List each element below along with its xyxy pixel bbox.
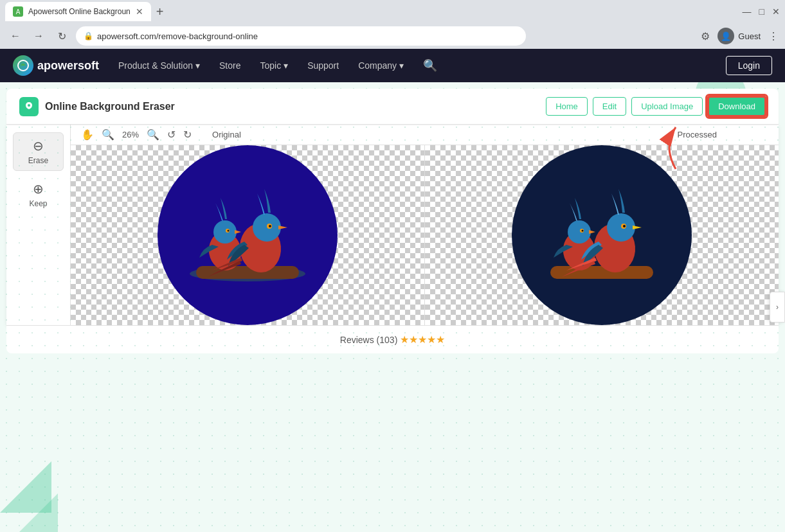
- undo-button[interactable]: ↺: [167, 129, 176, 141]
- bird-original-svg: [177, 171, 318, 299]
- extensions-button[interactable]: ⚙: [701, 30, 710, 42]
- editor-toolbar: ⊖ Erase ⊕ Keep: [6, 125, 71, 325]
- site-nav: apowersoft Product & Solution ▾ Store To…: [0, 49, 785, 82]
- refresh-button[interactable]: ↻: [53, 27, 71, 45]
- login-button[interactable]: Login: [726, 56, 772, 75]
- back-button[interactable]: ←: [6, 27, 24, 45]
- download-highlight-box: Download: [708, 96, 766, 116]
- nav-topic[interactable]: Topic ▾: [260, 60, 288, 71]
- avatar: 👤: [717, 28, 734, 44]
- original-bird-image: [158, 145, 338, 325]
- original-label: Original: [212, 130, 241, 139]
- processed-canvas-pane: [425, 145, 779, 325]
- profile-name: Guest: [738, 31, 761, 41]
- upload-image-button[interactable]: Upload Image: [631, 97, 703, 116]
- search-icon[interactable]: 🔍: [423, 58, 437, 73]
- processed-canvas: [425, 145, 779, 325]
- zoom-level: 26%: [122, 130, 139, 139]
- reviews-bar: Reviews (103) ★★★★★: [6, 325, 779, 353]
- svg-marker-7: [235, 230, 241, 234]
- tool-actions: Home Edit Upload Image Download: [546, 96, 766, 116]
- erase-tool[interactable]: ⊖ Erase: [13, 132, 64, 171]
- svg-point-1: [28, 104, 30, 107]
- svg-point-14: [269, 225, 271, 227]
- bird-processed-svg: [531, 171, 672, 299]
- keep-icon: ⊕: [33, 181, 44, 197]
- url-text: apowersoft.com/remove-background-online: [97, 31, 258, 41]
- tab-favicon: A: [13, 6, 23, 17]
- zoom-out-button[interactable]: 🔍: [102, 129, 114, 141]
- tool-header: Online Background Eraser Home Edit Uploa…: [6, 89, 779, 125]
- download-button[interactable]: Download: [708, 96, 766, 116]
- svg-point-23: [582, 230, 584, 232]
- svg-point-20: [607, 213, 635, 242]
- erase-label: Erase: [28, 156, 48, 165]
- svg-marker-21: [633, 226, 642, 229]
- tab-close-button[interactable]: ✕: [136, 6, 143, 17]
- browser-addressbar: ← → ↻ 🔒 apowersoft.com/remove-background…: [0, 23, 785, 49]
- new-tab-button[interactable]: +: [156, 4, 164, 19]
- nav-product-solution[interactable]: Product & Solution ▾: [118, 60, 200, 71]
- svg-point-25: [623, 225, 626, 227]
- keep-label: Keep: [29, 199, 47, 208]
- zoom-in-button[interactable]: 🔍: [147, 129, 159, 141]
- nav-store-label: Store: [219, 60, 240, 71]
- nav-company[interactable]: Company ▾: [358, 60, 404, 71]
- chevron-down-icon-2: ▾: [284, 60, 288, 71]
- browser-title-bar: A Apowersoft Online Backgroun ✕ + — □ ✕: [0, 0, 785, 23]
- forward-button[interactable]: →: [30, 27, 48, 45]
- profile-area: ⚙ 👤 Guest ⋮: [701, 28, 779, 44]
- logo-icon: [13, 55, 33, 76]
- redo-button[interactable]: ↻: [183, 129, 192, 141]
- keep-tool[interactable]: ⊕ Keep: [13, 176, 64, 213]
- sidebar-toggle-button[interactable]: ›: [770, 292, 785, 323]
- nav-store[interactable]: Store: [219, 60, 240, 71]
- svg-rect-4: [196, 266, 299, 279]
- svg-point-6: [213, 220, 237, 244]
- svg-point-9: [253, 213, 281, 242]
- tool-title: Online Background Eraser: [45, 101, 175, 112]
- logo[interactable]: apowersoft: [13, 55, 99, 76]
- nav-company-label: Company: [358, 60, 397, 71]
- ssl-lock-icon: 🔒: [84, 31, 93, 40]
- edit-button[interactable]: Edit: [593, 97, 626, 116]
- svg-rect-15: [550, 266, 653, 279]
- window-controls: — □ ✕: [743, 6, 780, 17]
- svg-marker-18: [589, 230, 595, 234]
- star-rating: ★★★★★: [400, 334, 445, 345]
- home-button[interactable]: Home: [546, 97, 588, 116]
- menu-button[interactable]: ⋮: [768, 30, 779, 42]
- nav-support[interactable]: Support: [307, 60, 339, 71]
- svg-marker-10: [278, 226, 287, 229]
- reviews-label: Reviews (103): [340, 335, 397, 345]
- address-bar[interactable]: 🔒 apowersoft.com/remove-background-onlin…: [76, 26, 526, 46]
- tab-title: Apowersoft Online Backgroun: [28, 7, 131, 16]
- profile-button[interactable]: 👤 Guest: [717, 28, 761, 44]
- nav-topic-label: Topic: [260, 60, 281, 71]
- browser-tab[interactable]: A Apowersoft Online Backgroun ✕: [5, 2, 151, 21]
- original-canvas: [71, 145, 424, 325]
- erase-icon: ⊖: [33, 138, 44, 154]
- tool-logo-icon: [19, 97, 39, 116]
- pan-tool-button[interactable]: ✋: [81, 129, 94, 141]
- chevron-down-icon-3: ▾: [399, 60, 404, 71]
- nav-product-solution-label: Product & Solution: [118, 60, 193, 71]
- original-canvas-pane: [71, 145, 424, 325]
- logo-text: apowersoft: [37, 59, 99, 73]
- deco-triangle-2: [19, 493, 58, 532]
- nav-support-label: Support: [307, 60, 339, 71]
- restore-icon[interactable]: □: [759, 6, 764, 17]
- page-content: Online Background Eraser Home Edit Uploa…: [0, 82, 785, 532]
- chevron-down-icon: ▾: [195, 60, 200, 71]
- minimize-icon[interactable]: —: [743, 6, 752, 17]
- svg-point-17: [568, 220, 591, 244]
- close-window-icon[interactable]: ✕: [772, 6, 780, 17]
- svg-point-12: [228, 230, 230, 232]
- arrow-annotation: [656, 121, 695, 175]
